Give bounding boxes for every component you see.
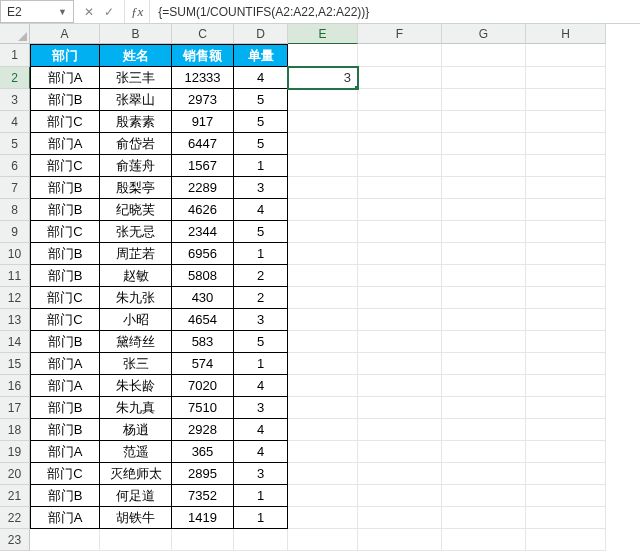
- cell-E8[interactable]: [288, 199, 358, 221]
- cell-F5[interactable]: [358, 133, 442, 155]
- cell-H7[interactable]: [526, 177, 606, 199]
- cell-E12[interactable]: [288, 287, 358, 309]
- row-header-14[interactable]: 14: [0, 331, 30, 353]
- cell-A3[interactable]: 部门B: [30, 89, 100, 111]
- cell-G19[interactable]: [442, 441, 526, 463]
- header-sales[interactable]: 销售额: [172, 44, 234, 67]
- cell-G16[interactable]: [442, 375, 526, 397]
- cell-G20[interactable]: [442, 463, 526, 485]
- row-header-16[interactable]: 16: [0, 375, 30, 397]
- cell-E21[interactable]: [288, 485, 358, 507]
- row-header-15[interactable]: 15: [0, 353, 30, 375]
- cell-H4[interactable]: [526, 111, 606, 133]
- cell-H8[interactable]: [526, 199, 606, 221]
- cell-F3[interactable]: [358, 89, 442, 111]
- cell-G22[interactable]: [442, 507, 526, 529]
- cell-D19[interactable]: 4: [234, 441, 288, 463]
- cell-H17[interactable]: [526, 397, 606, 419]
- row-header-18[interactable]: 18: [0, 419, 30, 441]
- cell-B19[interactable]: 范遥: [100, 441, 172, 463]
- cell-H15[interactable]: [526, 353, 606, 375]
- cell-F23[interactable]: [358, 529, 442, 551]
- cell-D5[interactable]: 5: [234, 133, 288, 155]
- cell-B21[interactable]: 何足道: [100, 485, 172, 507]
- cell-A22[interactable]: 部门A: [30, 507, 100, 529]
- cell-A11[interactable]: 部门B: [30, 265, 100, 287]
- cell-B8[interactable]: 纪晓芙: [100, 199, 172, 221]
- cell-A12[interactable]: 部门C: [30, 287, 100, 309]
- cell-F7[interactable]: [358, 177, 442, 199]
- row-header-5[interactable]: 5: [0, 133, 30, 155]
- row-header-19[interactable]: 19: [0, 441, 30, 463]
- cell-D9[interactable]: 5: [234, 221, 288, 243]
- cell-E2[interactable]: 3: [288, 67, 358, 89]
- cell-G3[interactable]: [442, 89, 526, 111]
- cell-E9[interactable]: [288, 221, 358, 243]
- cell-H1[interactable]: [526, 44, 606, 67]
- cell-C17[interactable]: 7510: [172, 397, 234, 419]
- cell-E4[interactable]: [288, 111, 358, 133]
- cell-E16[interactable]: [288, 375, 358, 397]
- row-header-17[interactable]: 17: [0, 397, 30, 419]
- cell-F18[interactable]: [358, 419, 442, 441]
- cell-B14[interactable]: 黛绮丝: [100, 331, 172, 353]
- cell-C16[interactable]: 7020: [172, 375, 234, 397]
- row-header-7[interactable]: 7: [0, 177, 30, 199]
- cell-B18[interactable]: 杨逍: [100, 419, 172, 441]
- cell-C5[interactable]: 6447: [172, 133, 234, 155]
- name-box[interactable]: E2 ▼: [0, 0, 74, 23]
- cell-C7[interactable]: 2289: [172, 177, 234, 199]
- cell-A4[interactable]: 部门C: [30, 111, 100, 133]
- row-header-1[interactable]: 1: [0, 44, 30, 67]
- cell-E5[interactable]: [288, 133, 358, 155]
- row-header-21[interactable]: 21: [0, 485, 30, 507]
- col-header-B[interactable]: B: [100, 24, 172, 44]
- cell-H5[interactable]: [526, 133, 606, 155]
- row-header-12[interactable]: 12: [0, 287, 30, 309]
- cell-G12[interactable]: [442, 287, 526, 309]
- cell-H16[interactable]: [526, 375, 606, 397]
- header-qty[interactable]: 单量: [234, 44, 288, 67]
- cell-C2[interactable]: 12333: [172, 67, 234, 89]
- cell-D12[interactable]: 2: [234, 287, 288, 309]
- cell-G18[interactable]: [442, 419, 526, 441]
- row-header-3[interactable]: 3: [0, 89, 30, 111]
- header-name[interactable]: 姓名: [100, 44, 172, 67]
- cell-E6[interactable]: [288, 155, 358, 177]
- cell-E19[interactable]: [288, 441, 358, 463]
- cell-E23[interactable]: [288, 529, 358, 551]
- cell-D7[interactable]: 3: [234, 177, 288, 199]
- cell-B20[interactable]: 灭绝师太: [100, 463, 172, 485]
- cell-H13[interactable]: [526, 309, 606, 331]
- cell-F1[interactable]: [358, 44, 442, 67]
- cell-H20[interactable]: [526, 463, 606, 485]
- cell-H9[interactable]: [526, 221, 606, 243]
- cell-A7[interactable]: 部门B: [30, 177, 100, 199]
- cell-D20[interactable]: 3: [234, 463, 288, 485]
- cell-D13[interactable]: 3: [234, 309, 288, 331]
- cell-C9[interactable]: 2344: [172, 221, 234, 243]
- cell-E7[interactable]: [288, 177, 358, 199]
- cell-A9[interactable]: 部门C: [30, 221, 100, 243]
- cell-B6[interactable]: 俞莲舟: [100, 155, 172, 177]
- cell-B2[interactable]: 张三丰: [100, 67, 172, 89]
- cell-E13[interactable]: [288, 309, 358, 331]
- cell-E11[interactable]: [288, 265, 358, 287]
- cell-A16[interactable]: 部门A: [30, 375, 100, 397]
- row-header-10[interactable]: 10: [0, 243, 30, 265]
- cell-G1[interactable]: [442, 44, 526, 67]
- cell-G4[interactable]: [442, 111, 526, 133]
- formula-input[interactable]: {=SUM(1/COUNTIFS(A2:A22,A2:A22))}: [150, 0, 640, 23]
- cell-D23[interactable]: [234, 529, 288, 551]
- cell-G5[interactable]: [442, 133, 526, 155]
- col-header-C[interactable]: C: [172, 24, 234, 44]
- cell-G9[interactable]: [442, 221, 526, 243]
- cell-C19[interactable]: 365: [172, 441, 234, 463]
- cell-A19[interactable]: 部门A: [30, 441, 100, 463]
- cell-D2[interactable]: 4: [234, 67, 288, 89]
- cell-D14[interactable]: 5: [234, 331, 288, 353]
- cell-A6[interactable]: 部门C: [30, 155, 100, 177]
- cancel-icon[interactable]: ✕: [82, 5, 96, 19]
- cell-H23[interactable]: [526, 529, 606, 551]
- cell-G15[interactable]: [442, 353, 526, 375]
